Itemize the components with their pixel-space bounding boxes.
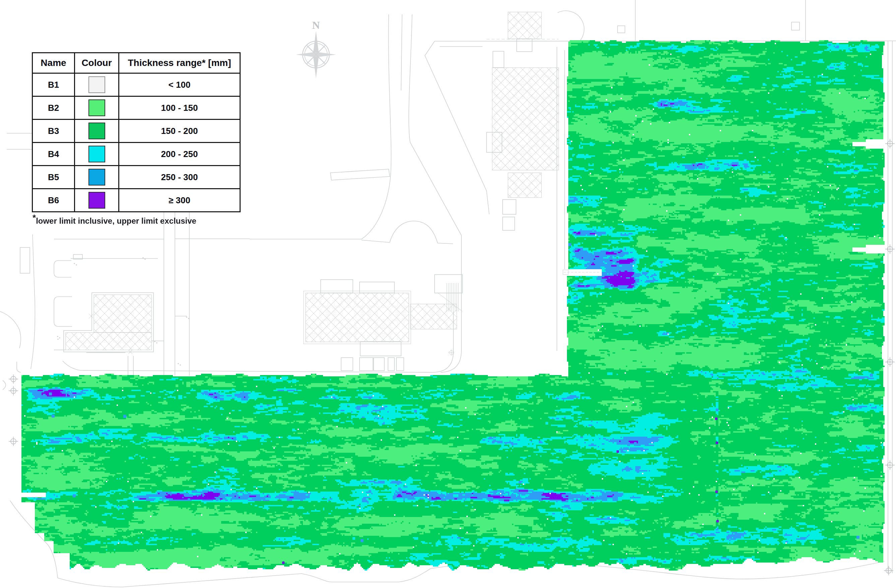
survey-marker-icon: [884, 566, 893, 575]
thickness-range: 150 - 200: [119, 120, 240, 143]
pavement-thickness-site-map: N Name Colour Thickness range* [mm] B1 <…: [0, 0, 896, 588]
legend-row: B4 200 - 250: [32, 143, 240, 166]
survey-marker-icon: [9, 386, 18, 395]
class-name: B3: [32, 120, 75, 143]
legend-row: B3 150 - 200: [32, 120, 240, 143]
legend-row: B1 < 100: [32, 73, 240, 96]
survey-marker-icon: [885, 245, 894, 254]
legend-row: B6 ≥ 300: [32, 189, 240, 212]
legend-table: Name Colour Thickness range* [mm] B1 < 1…: [32, 52, 241, 212]
legend-footnote: *lower limit inclusive, upper limit excl…: [32, 216, 197, 226]
survey-marker-icon: [9, 437, 18, 446]
survey-marker-icon: [885, 139, 894, 148]
colour-swatch: [88, 76, 105, 93]
footnote-text: lower limit inclusive, upper limit exclu…: [36, 216, 197, 225]
data-gap: [866, 245, 885, 254]
data-gap: [21, 492, 46, 497]
colour-swatch: [88, 169, 105, 185]
footnote-asterisk: *: [32, 213, 36, 223]
colour-swatch: [88, 123, 105, 139]
thickness-range: 200 - 250: [119, 143, 240, 166]
legend-row: B5 250 - 300: [32, 166, 240, 189]
legend-header-colour: Colour: [75, 53, 119, 73]
class-name: B6: [32, 189, 75, 212]
survey-marker-icon: [885, 460, 894, 470]
class-name: B1: [32, 73, 75, 96]
legend-header-row: Name Colour Thickness range* [mm]: [32, 53, 240, 73]
legend-row: B2 100 - 150: [32, 96, 240, 120]
colour-swatch: [88, 146, 105, 163]
colour-swatch: [88, 192, 105, 209]
survey-marker-icon: [885, 357, 894, 367]
thickness-range: ≥ 300: [119, 189, 240, 212]
colour-swatch: [88, 99, 105, 116]
thickness-range: 100 - 150: [119, 96, 240, 120]
data-gap: [852, 142, 866, 146]
class-name: B5: [32, 166, 75, 189]
legend-header-range: Thickness range* [mm]: [119, 53, 240, 73]
thickness-range: 250 - 300: [119, 166, 240, 189]
legend: Name Colour Thickness range* [mm] B1 < 1…: [32, 52, 241, 212]
data-gap: [852, 248, 866, 252]
class-name: B4: [32, 143, 75, 166]
legend-header-name: Name: [32, 53, 75, 73]
data-gap: [866, 139, 885, 148]
survey-marker-icon: [9, 374, 18, 384]
thickness-range: < 100: [119, 73, 240, 96]
class-name: B2: [32, 96, 75, 120]
